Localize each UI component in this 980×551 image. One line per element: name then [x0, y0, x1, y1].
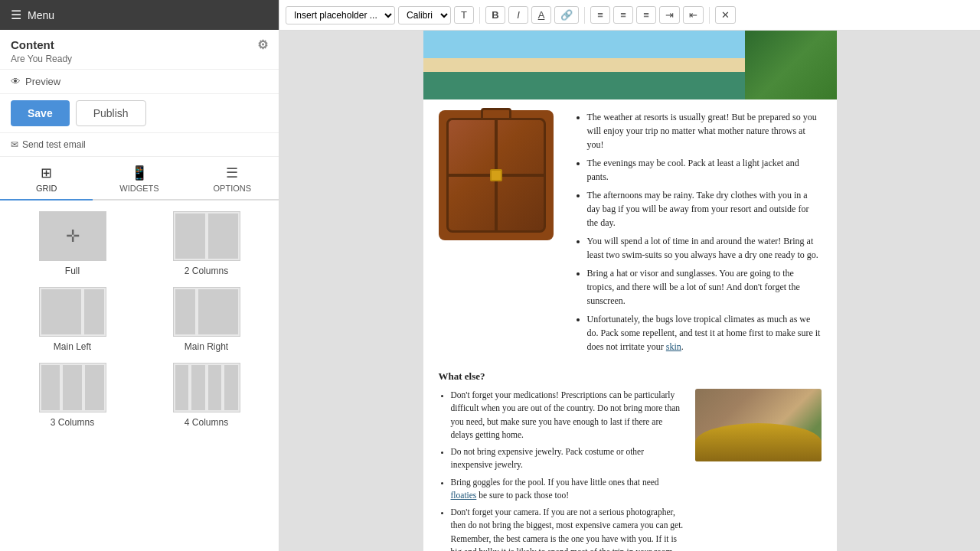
weather-bullets-column: The weather at resorts is usually great!… — [573, 110, 822, 358]
tab-options[interactable]: ☰ OPTIONS — [186, 157, 279, 201]
bullet-else-3: Bring goggles for the pool. If you have … — [451, 476, 684, 503]
publish-button[interactable]: Publish — [76, 100, 146, 126]
bullet-weather-2: The evenings may be cool. Pack at least … — [587, 156, 822, 184]
layout-mainleft-label: Main Left — [54, 341, 91, 352]
layout-3columns-preview — [39, 363, 106, 412]
layout-4columns[interactable]: 4 Columns — [145, 363, 268, 428]
bullet-weather-6: Unfortunately, the bugs love tropical cl… — [587, 312, 822, 354]
bullet-else-2: Do not bring expensive jewelry. Pack cos… — [451, 445, 684, 472]
tab-grid[interactable]: ⊞ GRID — [0, 157, 93, 201]
divider-2 — [584, 7, 585, 24]
resort-thatch-roof — [695, 423, 822, 461]
preview-label[interactable]: Preview — [25, 76, 60, 87]
list-ol-button[interactable]: ≡ — [636, 6, 656, 24]
panel-2col-visual — [174, 212, 240, 260]
beach-trees — [745, 31, 837, 99]
bullet-weather-3: The afternoons may be rainy. Take dry cl… — [587, 188, 822, 230]
panel-mainright-visual — [174, 288, 240, 336]
suitcase-clasp — [490, 169, 502, 181]
bullet-else-1: Don't forget your medications! Prescript… — [451, 389, 684, 442]
layout-4columns-label: 4 Columns — [185, 417, 228, 428]
beach-background — [423, 31, 837, 99]
col-left — [175, 214, 205, 259]
email-icon: ✉ — [11, 139, 18, 150]
content-subtitle: Are You Ready — [11, 54, 268, 64]
layout-3columns-label: 3 Columns — [51, 417, 94, 428]
layout-mainright-label: Main Right — [185, 341, 228, 352]
panel-mainleft-visual — [40, 288, 106, 336]
main-area: Insert placeholder ... Calibri T B I A 🔗… — [279, 0, 980, 551]
email-hero-image — [423, 31, 837, 99]
layout-mainright-preview — [173, 287, 240, 337]
col-small — [84, 289, 104, 334]
preview-row: 👁 Preview — [0, 70, 279, 94]
layout-mainright[interactable]: Main Right — [145, 287, 268, 352]
email-two-col-section: The weather at resorts is usually great!… — [423, 99, 837, 366]
suitcase-column — [439, 110, 561, 240]
col-3 — [85, 365, 104, 410]
options-tab-icon: ☰ — [226, 165, 238, 181]
align-button[interactable]: ≡ — [590, 6, 610, 24]
layout-mainleft[interactable]: Main Left — [11, 287, 134, 352]
content-area[interactable]: The weather at resorts is usually great!… — [279, 31, 980, 551]
italic-button[interactable]: I — [508, 6, 528, 24]
layout-full-preview: ✛ — [39, 211, 106, 261]
suitcase-body — [446, 118, 546, 233]
outdent-button[interactable]: ⇤ — [683, 6, 704, 24]
tab-widgets[interactable]: 📱 WIDGETS — [93, 157, 185, 201]
suitcase-handle — [481, 108, 511, 120]
placeholder-select[interactable]: Insert placeholder ... — [286, 6, 395, 24]
col-right — [208, 214, 238, 259]
toolbar: Insert placeholder ... Calibri T B I A 🔗… — [279, 0, 980, 31]
font-select[interactable]: Calibri — [398, 6, 451, 24]
save-button[interactable]: Save — [11, 100, 70, 126]
grid-panels: ✛ Full 2 Columns Main Left — [0, 201, 279, 439]
layout-2columns[interactable]: 2 Columns — [145, 211, 268, 276]
divider-3 — [709, 7, 710, 24]
content-section: Content ⚙ Are You Ready — [0, 30, 279, 70]
what-else-two-col: Don't forget your medications! Prescript… — [439, 389, 822, 551]
bullet-else-4: Don't forget your camera. If you are not… — [451, 506, 684, 551]
col-b — [191, 365, 205, 410]
send-test-email-row[interactable]: ✉ Send test email — [0, 133, 279, 157]
tabs-row: ⊞ GRID 📱 WIDGETS ☰ OPTIONS — [0, 157, 279, 201]
col-big-r — [198, 289, 238, 334]
layout-2columns-preview — [173, 211, 240, 261]
email-body: The weather at resorts is usually great!… — [423, 31, 837, 551]
widgets-tab-icon: 📱 — [131, 165, 148, 181]
gear-icon[interactable]: ⚙ — [257, 37, 268, 52]
sidebar-header: ☰ Menu — [0, 0, 279, 30]
layout-mainleft-preview — [39, 287, 106, 337]
tab-options-label: OPTIONS — [214, 184, 252, 193]
suitcase-image — [439, 110, 554, 240]
menu-label: Menu — [28, 9, 54, 21]
font-size-button[interactable]: T — [454, 6, 474, 24]
tab-grid-label: GRID — [36, 184, 57, 193]
col-a — [175, 365, 189, 410]
panel-3col-visual — [40, 364, 106, 412]
clear-button[interactable]: ✕ — [715, 6, 736, 24]
bold-button[interactable]: B — [485, 6, 505, 24]
col-2 — [63, 365, 82, 410]
layout-full[interactable]: ✛ Full — [11, 211, 134, 276]
weather-bullets-list: The weather at resorts is usually great!… — [573, 110, 822, 354]
tab-widgets-label: WIDGETS — [119, 184, 158, 193]
layout-full-label: Full — [65, 266, 80, 276]
link-button[interactable]: 🔗 — [554, 6, 579, 24]
bullet-weather-4: You will spend a lot of time in and arou… — [587, 234, 822, 262]
what-else-bullets-list: Don't forget your medications! Prescript… — [439, 389, 684, 551]
layout-3columns[interactable]: 3 Columns — [11, 363, 134, 428]
list-ul-button[interactable]: ≡ — [613, 6, 633, 24]
crosshair-icon: ✛ — [66, 227, 80, 246]
divider-1 — [479, 7, 480, 24]
sidebar: ☰ Menu Content ⚙ Are You Ready 👁 Preview… — [0, 0, 279, 551]
indent-button[interactable]: ⇥ — [659, 6, 680, 24]
action-buttons: Save Publish — [0, 94, 279, 133]
hamburger-icon[interactable]: ☰ — [11, 8, 21, 22]
what-else-section: What else? Don't forget your medications… — [423, 366, 837, 551]
skin-link[interactable]: skin — [666, 341, 681, 352]
eye-icon: 👁 — [11, 76, 21, 87]
floaties-link[interactable]: floaties — [451, 491, 477, 500]
underline-button[interactable]: A — [531, 6, 551, 24]
layout-2columns-label: 2 Columns — [185, 266, 228, 276]
